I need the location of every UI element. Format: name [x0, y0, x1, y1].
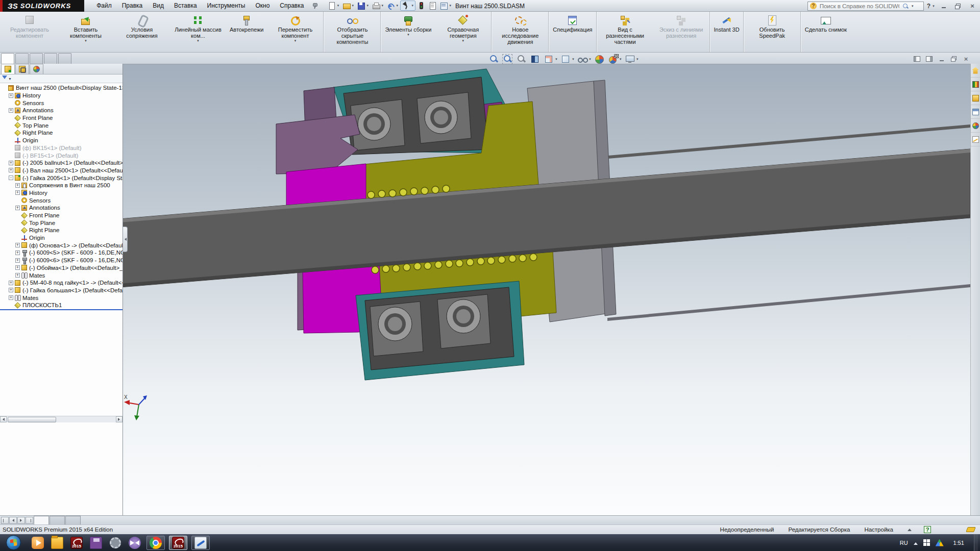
- quick-tips-icon[interactable]: ?: [924, 526, 931, 533]
- tree-item[interactable]: + (-) 6009<5> (SKF - 6009 - 16,DE,NC,16_…: [0, 249, 122, 257]
- tree-item[interactable]: + Annotations: [0, 107, 122, 114]
- tags-icon[interactable]: [966, 527, 976, 532]
- chevron-down-icon[interactable]: ▼: [572, 58, 575, 61]
- google-drive-icon[interactable]: [936, 539, 944, 546]
- view-tool-icon[interactable]: [607, 54, 619, 65]
- save-utility[interactable]: [88, 536, 104, 550]
- section-view[interactable]: [529, 54, 542, 65]
- restore-button[interactable]: [952, 2, 964, 10]
- doc-restore-button[interactable]: [948, 55, 959, 63]
- windows-flag-icon[interactable]: [923, 539, 930, 546]
- menu-item[interactable]: Окно: [250, 1, 275, 11]
- graphics-viewport[interactable]: X: [123, 64, 970, 515]
- show-desktop-button[interactable]: [974, 534, 978, 551]
- windows-explorer[interactable]: [50, 536, 65, 550]
- expand-toggle[interactable]: +: [15, 258, 20, 263]
- home-tab[interactable]: [971, 64, 980, 78]
- tree-item[interactable]: + History: [0, 189, 122, 197]
- media-player[interactable]: [30, 536, 45, 550]
- ribbon-tab[interactable]: [15, 53, 29, 64]
- command-button[interactable]: Обновить SpeedPak ▼: [744, 12, 801, 52]
- command-button[interactable]: Условия сопряжения ▼: [114, 12, 170, 52]
- expand-toggle[interactable]: +: [15, 265, 20, 270]
- panel-tab[interactable]: [15, 64, 29, 74]
- print[interactable]: ▼: [371, 1, 385, 10]
- scroll-left-icon[interactable]: [0, 416, 7, 422]
- zoom-to-area[interactable]: [502, 54, 514, 65]
- ribbon-tab[interactable]: [30, 53, 43, 64]
- km-player[interactable]: [127, 536, 142, 550]
- settings-utility[interactable]: [108, 536, 123, 550]
- help-search-box[interactable]: ? ▼: [807, 2, 924, 11]
- tree-item[interactable]: + Annotations: [0, 204, 122, 212]
- command-button[interactable]: Спецификация ▼: [549, 12, 596, 52]
- expand-toggle[interactable]: +: [9, 288, 13, 292]
- tree-item[interactable]: Top Plane: [0, 219, 122, 227]
- menu-item[interactable]: Инструменты: [202, 1, 251, 11]
- edit-appearance[interactable]: [594, 54, 606, 65]
- ribbon-tab[interactable]: [44, 53, 57, 64]
- tree-item[interactable]: + (-) Гайка большая<1> (Default<<Default…: [0, 287, 122, 294]
- view-tool-icon[interactable]: [516, 54, 527, 65]
- scrollbar-thumb[interactable]: [8, 417, 56, 422]
- chevron-down-icon[interactable]: ▼: [589, 58, 592, 61]
- model-tab[interactable]: [50, 516, 65, 524]
- tree-item[interactable]: Front Plane: [0, 212, 122, 219]
- expand-toggle[interactable]: +: [9, 295, 13, 300]
- chevron-down-icon[interactable]: ▼: [619, 58, 622, 61]
- tree-item[interactable]: Top Plane: [0, 121, 122, 129]
- expand-toggle[interactable]: +: [15, 190, 20, 195]
- chevron-up-icon[interactable]: [908, 527, 912, 531]
- expand-toggle[interactable]: +: [15, 251, 20, 255]
- chevron-down-icon[interactable]: ▼: [555, 58, 558, 61]
- command-button[interactable]: Элементы сборки ▼: [381, 12, 435, 52]
- display-style[interactable]: ▼: [560, 54, 575, 65]
- command-button[interactable]: Сделать снимок ▼: [801, 12, 850, 52]
- menu-item[interactable]: Вставка: [169, 1, 202, 11]
- file-explorer-tab[interactable]: [971, 91, 980, 105]
- command-button[interactable]: Вставить компоненты ▼: [58, 12, 114, 52]
- solidworks-running[interactable]: 2015: [169, 536, 187, 550]
- command-button[interactable]: Справочная геометрия ▼: [435, 12, 492, 52]
- command-button[interactable]: Редактировать компонент ▼: [2, 12, 58, 52]
- tree-item[interactable]: + Сопряжения в Винт наш 2500: [0, 182, 122, 189]
- custom-status[interactable]: Настройка: [864, 527, 908, 533]
- command-button[interactable]: Переместить компонент ▼: [267, 12, 324, 52]
- chevron-up-icon[interactable]: [914, 540, 918, 545]
- panel-tab[interactable]: [30, 64, 43, 74]
- expand-toggle[interactable]: -: [9, 176, 13, 180]
- open-document[interactable]: ▼: [341, 1, 355, 10]
- language-indicator[interactable]: RU: [900, 540, 908, 546]
- expand-toggle[interactable]: +: [9, 168, 13, 172]
- options[interactable]: ▼: [438, 1, 453, 10]
- zoom-to-fit[interactable]: [488, 54, 500, 65]
- rebuild[interactable]: ▼: [416, 1, 427, 10]
- hide-show-items[interactable]: ▼: [577, 54, 592, 65]
- expand-toggle[interactable]: +: [9, 161, 13, 165]
- search-input[interactable]: [819, 3, 900, 10]
- command-button[interactable]: Эскиз с линиями разнесения ▼: [653, 12, 710, 52]
- select-tool[interactable]: ▼: [400, 1, 415, 11]
- appearances-tab[interactable]: [971, 119, 980, 133]
- expand-toggle[interactable]: +: [15, 206, 20, 210]
- help-button[interactable]: ?▼: [927, 3, 935, 10]
- chrome[interactable]: [146, 536, 165, 550]
- right-pane-icon[interactable]: [924, 55, 935, 63]
- view-tool-icon[interactable]: [560, 54, 571, 65]
- command-button[interactable]: Линейный массив ком... ▼: [170, 12, 226, 52]
- scroll-right-icon[interactable]: [116, 416, 122, 422]
- view-palette-tab[interactable]: [971, 105, 980, 119]
- chevron-down-icon[interactable]: ▼: [636, 58, 639, 61]
- chevron-down-icon[interactable]: ▼: [911, 5, 914, 8]
- left-pane-icon[interactable]: [912, 55, 922, 63]
- new-document[interactable]: ▼: [326, 1, 340, 10]
- start-button[interactable]: [6, 535, 21, 550]
- tree-item[interactable]: + (-) 2005 ballnut<1> (Default<<Default>…: [0, 159, 122, 167]
- panel-collapse-handle[interactable]: [123, 227, 128, 252]
- tree-item[interactable]: Sensors: [0, 99, 122, 107]
- expand-toggle[interactable]: +: [9, 93, 13, 98]
- file-properties[interactable]: ▼: [427, 1, 438, 10]
- tree-item[interactable]: Right Plane: [0, 227, 122, 234]
- expand-toggle[interactable]: +: [9, 281, 13, 285]
- ribbon-tab[interactable]: [58, 53, 71, 64]
